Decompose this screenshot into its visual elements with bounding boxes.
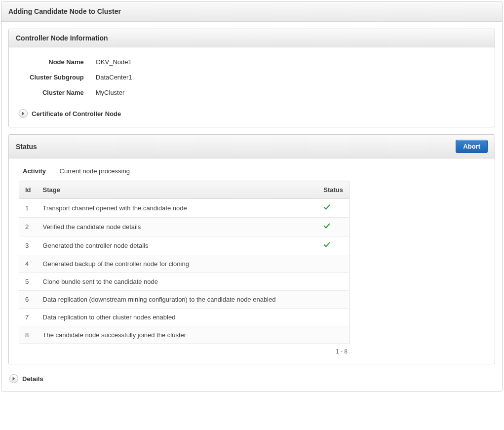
controller-info-header: Controller Node Information xyxy=(9,29,495,47)
check-icon xyxy=(323,205,330,212)
cluster-subgroup-label: Cluster Subgroup xyxy=(24,70,90,85)
controller-info-body: Node Name OKV_Node1 Cluster Subgroup Dat… xyxy=(9,47,495,127)
table-row: 8The candidate node successfully joined … xyxy=(19,326,349,344)
activity-label: Activity xyxy=(23,167,46,175)
main-panel: Adding Candidate Node to Cluster Control… xyxy=(1,1,503,391)
stage-table: Id Stage Status 1Transport channel opene… xyxy=(19,181,349,344)
main-body: Controller Node Information Node Name OK… xyxy=(1,22,502,391)
row-status xyxy=(317,236,349,255)
table-row: 4Generated backup of the controller node… xyxy=(19,255,349,273)
status-body: Activity Current node processing Id Stag… xyxy=(9,158,495,364)
row-stage: Generated backup of the controller node … xyxy=(37,255,318,273)
details-toggle-row[interactable]: Details xyxy=(8,371,495,384)
row-id: 3 xyxy=(19,236,37,255)
row-id: 8 xyxy=(19,326,37,344)
status-header: Status Abort xyxy=(9,135,495,158)
certificate-toggle-row[interactable]: Certificate of Controller Node xyxy=(19,109,485,118)
col-status: Status xyxy=(317,181,349,199)
row-stage: Data replication to other cluster nodes … xyxy=(37,309,318,326)
row-stage: The candidate node successfully joined t… xyxy=(37,326,318,344)
row-id: 1 xyxy=(19,199,37,218)
node-name-label: Node Name xyxy=(24,54,90,70)
table-row: 1Transport channel opened with the candi… xyxy=(19,199,349,218)
check-icon xyxy=(323,224,330,231)
row-id: 5 xyxy=(19,273,37,291)
chevron-right-icon[interactable] xyxy=(19,109,28,118)
row-status xyxy=(317,326,349,344)
table-row: 5Clone bundle sent to the candidate node xyxy=(19,273,349,291)
controller-info-table: Node Name OKV_Node1 Cluster Subgroup Dat… xyxy=(24,54,138,100)
pager: 1 - 8 xyxy=(19,344,349,355)
cluster-name-label: Cluster Name xyxy=(24,85,90,100)
row-stage: Verified the candidate node details xyxy=(37,218,318,236)
details-toggle-label: Details xyxy=(22,375,43,383)
cluster-name-value: MyCluster xyxy=(90,85,138,100)
col-stage: Stage xyxy=(37,181,318,199)
row-id: 7 xyxy=(19,309,37,326)
controller-info-region: Controller Node Information Node Name OK… xyxy=(8,29,495,127)
activity-value: Current node processing xyxy=(60,167,130,175)
row-status xyxy=(317,291,349,309)
row-stage: Generated the controller node details xyxy=(37,236,318,255)
row-id: 2 xyxy=(19,218,37,236)
row-status xyxy=(317,255,349,273)
activity-line: Activity Current node processing xyxy=(19,165,485,181)
node-name-value: OKV_Node1 xyxy=(90,54,138,70)
chevron-right-icon[interactable] xyxy=(9,374,18,383)
row-status xyxy=(317,199,349,218)
row-id: 4 xyxy=(19,255,37,273)
page-title: Adding Candidate Node to Cluster xyxy=(1,1,502,22)
table-row: 2Verified the candidate node details xyxy=(19,218,349,236)
col-id: Id xyxy=(19,181,37,199)
row-status xyxy=(317,218,349,236)
row-stage: Data replication (downstream mining conf… xyxy=(37,291,318,309)
row-id: 6 xyxy=(19,291,37,309)
row-stage: Clone bundle sent to the candidate node xyxy=(37,273,318,291)
controller-info-title: Controller Node Information xyxy=(16,34,108,42)
certificate-toggle-label: Certificate of Controller Node xyxy=(32,110,121,117)
status-title: Status xyxy=(16,143,37,151)
row-status xyxy=(317,309,349,326)
row-status xyxy=(317,273,349,291)
row-stage: Transport channel opened with the candid… xyxy=(37,199,318,218)
table-row: 7Data replication to other cluster nodes… xyxy=(19,309,349,326)
status-region: Status Abort Activity Current node proce… xyxy=(8,134,495,364)
table-row: 6Data replication (downstream mining con… xyxy=(19,291,349,309)
cluster-subgroup-value: DataCenter1 xyxy=(90,70,138,85)
check-icon xyxy=(323,242,330,250)
table-row: 3Generated the controller node details xyxy=(19,236,349,255)
abort-button[interactable]: Abort xyxy=(456,140,488,153)
